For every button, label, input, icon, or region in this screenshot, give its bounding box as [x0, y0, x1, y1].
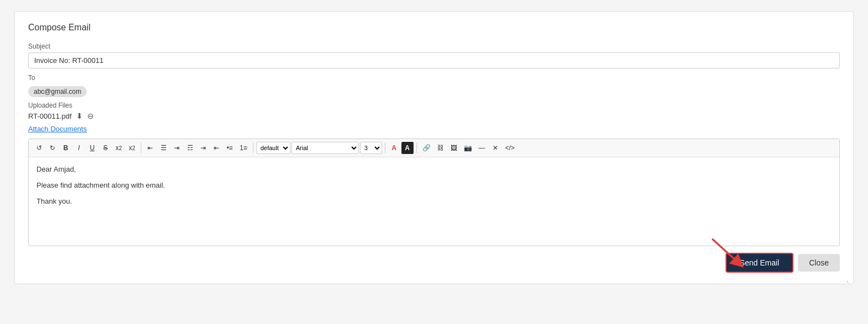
- justify-button[interactable]: ☶: [184, 142, 196, 154]
- to-label: To: [28, 74, 840, 82]
- download-icon[interactable]: ⬇: [76, 111, 83, 120]
- email-body[interactable]: Dear Amjad, Please find attachment along…: [29, 157, 839, 246]
- body-line1: Dear Amjad,: [36, 164, 832, 176]
- align-left-button[interactable]: ⇤: [144, 142, 156, 154]
- superscript-button[interactable]: x2: [126, 142, 138, 154]
- font-color-button[interactable]: A: [388, 142, 400, 154]
- ordered-list-button[interactable]: 1≡: [237, 142, 250, 154]
- email-editor: ↺ ↻ B I U S x2 x2 ⇤ ☰ ⇥ ☶ ⇥ ⇤ •≡ 1≡ defa…: [28, 139, 840, 246]
- file-row: RT-00011.pdf ⬇ ⊖: [28, 111, 840, 120]
- bold-button[interactable]: B: [60, 142, 72, 154]
- uploaded-files-label: Uploaded Files: [28, 102, 840, 109]
- subject-label: Subject: [28, 43, 840, 50]
- footer-actions: Send Email Close: [28, 253, 840, 273]
- filename: RT-00011.pdf: [28, 112, 72, 120]
- source-button[interactable]: </>: [502, 142, 517, 154]
- align-right-button[interactable]: ⇥: [171, 142, 183, 154]
- to-section: To abc@gmail.com: [28, 74, 840, 97]
- link-button[interactable]: 🔗: [420, 142, 433, 154]
- subscript-button[interactable]: x2: [113, 142, 125, 154]
- outdent-button[interactable]: ⇤: [210, 142, 223, 154]
- close-button[interactable]: Close: [798, 254, 840, 272]
- subject-input[interactable]: [28, 52, 840, 68]
- page-title: Compose Email: [28, 23, 840, 33]
- unlink-button[interactable]: ⛓: [435, 142, 447, 154]
- clear-button[interactable]: ✕: [489, 142, 501, 154]
- font-name-select[interactable]: Arial Times New Roman Courier New: [292, 142, 359, 154]
- font-style-select[interactable]: default p h1 h2: [256, 142, 290, 154]
- undo-button[interactable]: ↺: [33, 142, 45, 154]
- hr-button[interactable]: —: [476, 142, 488, 154]
- align-center-button[interactable]: ☰: [157, 142, 170, 154]
- send-email-button[interactable]: Send Email: [726, 253, 794, 273]
- bg-color-button[interactable]: A: [401, 142, 414, 154]
- toolbar-sep-1: [141, 143, 141, 153]
- toolbar: ↺ ↻ B I U S x2 x2 ⇤ ☰ ⇥ ☶ ⇥ ⇤ •≡ 1≡ defa…: [29, 139, 839, 157]
- toolbar-sep-4: [416, 143, 417, 153]
- compose-email-dialog: Compose Email Subject To abc@gmail.com U…: [14, 11, 854, 284]
- unordered-list-button[interactable]: •≡: [224, 142, 236, 154]
- video-button[interactable]: 📷: [461, 142, 475, 154]
- body-line3: Thank you.: [36, 196, 832, 208]
- italic-button[interactable]: I: [73, 142, 85, 154]
- font-size-select[interactable]: 1 2 3 4 5 6 7: [360, 142, 382, 154]
- recipient-chip[interactable]: abc@gmail.com: [28, 86, 87, 97]
- resize-handle[interactable]: ⌞: [846, 277, 852, 283]
- underline-button[interactable]: U: [86, 142, 98, 154]
- strikethrough-button[interactable]: S: [99, 142, 112, 154]
- redo-button[interactable]: ↻: [46, 142, 59, 154]
- toolbar-sep-2: [253, 143, 253, 153]
- body-line2: Please find attachment along with email.: [36, 180, 832, 192]
- attach-documents-link[interactable]: Attach Documents: [28, 125, 87, 133]
- toolbar-sep-3: [385, 143, 385, 153]
- image-button[interactable]: 🖼: [448, 142, 460, 154]
- indent-button[interactable]: ⇥: [197, 142, 209, 154]
- remove-file-icon[interactable]: ⊖: [87, 111, 94, 120]
